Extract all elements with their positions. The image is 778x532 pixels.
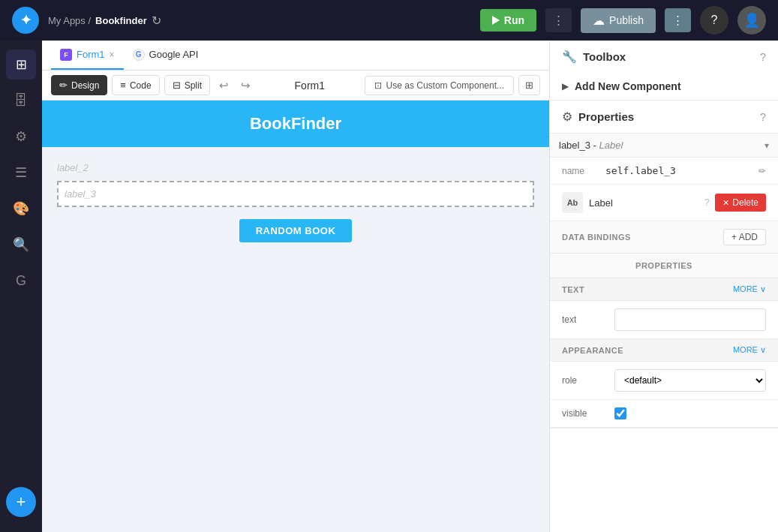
cloud-icon: ☁ — [593, 14, 605, 28]
toolbox-title: Toolbox — [583, 50, 754, 63]
toolbar: ✏ Design ≡ Code ⊟ Split ↩ ↪ Form1 ⊡ Use … — [42, 71, 549, 101]
data-bindings-label: DATA BINDINGS — [562, 233, 723, 242]
google-icon: G — [16, 273, 26, 289]
chevron-down-icon: ▾ — [764, 140, 769, 151]
code-button[interactable]: ≡ Code — [112, 75, 159, 95]
name-row: name self.label_3 ✏ — [550, 158, 778, 185]
properties-icon: ⚙ — [562, 110, 572, 124]
props-section-header: PROPERTIES — [550, 254, 778, 278]
plus-icon: + — [17, 492, 26, 512]
left-sidebar: ⊞ 🗄 ⚙ ☰ 🎨 🔍 G + — [0, 41, 42, 532]
form-icon: F — [60, 49, 72, 61]
search-icon: 🔍 — [13, 236, 29, 253]
label-type-row: Ab Label ? ✕ Delete — [550, 185, 778, 221]
visible-prop-label: visible — [562, 408, 607, 419]
sidebar-item-apps[interactable]: ⊞ — [6, 50, 36, 80]
canvas-frame: BookFinder label_2 label_3 RANDOM BOOK — [42, 101, 549, 532]
label-3[interactable]: label_3 — [57, 181, 534, 207]
text-prop-label: text — [562, 314, 607, 325]
add-new-button[interactable]: + — [6, 487, 36, 517]
layout-toggle-icon: ⊞ — [525, 80, 533, 91]
name-value: self.label_3 — [605, 165, 752, 176]
app-layout: ⊞ 🗄 ⚙ ☰ 🎨 🔍 G + F Form1 × — [0, 41, 778, 532]
delete-x-icon: ✕ — [722, 198, 729, 208]
properties-section: ⚙ Properties ? label_3 - Label ▾ name se… — [550, 101, 778, 428]
run-more-button[interactable]: ⋮ — [545, 8, 572, 32]
appearance-more-button[interactable]: MORE ∨ — [733, 345, 766, 355]
avatar-icon: 👤 — [743, 12, 760, 29]
add-binding-button[interactable]: + ADD — [723, 229, 766, 245]
properties-title: Properties — [578, 110, 754, 123]
delete-button[interactable]: ✕ Delete — [715, 194, 766, 212]
redo-button[interactable]: ↪ — [236, 76, 255, 95]
appearance-group-header: APPEARANCE MORE ∨ — [550, 339, 778, 362]
label-2[interactable]: label_2 — [57, 162, 534, 173]
logo: ✦ — [12, 7, 39, 34]
undo-redo-group: ↩ ↪ — [215, 76, 255, 95]
text-more-button[interactable]: MORE ∨ — [733, 284, 766, 294]
right-panel: 🔧 Toolbox ? ▶ Add New Component ⚙ Proper… — [549, 41, 778, 532]
add-component-label: Add New Component — [575, 80, 681, 92]
text-prop-row: text — [550, 301, 778, 339]
tab-form1[interactable]: F Form1 × — [51, 41, 124, 70]
breadcrumb: My Apps / Bookfinder ↻ — [48, 14, 161, 28]
label-help-icon[interactable]: ? — [704, 197, 710, 208]
sidebar-item-settings[interactable]: ⚙ — [6, 122, 36, 152]
design-button[interactable]: ✏ Design — [51, 75, 107, 95]
canvas-title: BookFinder — [56, 114, 536, 134]
properties-header: ⚙ Properties ? — [550, 101, 778, 134]
visible-prop-row: visible — [550, 400, 778, 428]
tab-google-api[interactable]: G Google API — [124, 41, 208, 70]
help-button[interactable]: ? — [700, 6, 728, 35]
role-prop-row: role <default> heading caption body — [550, 362, 778, 400]
sidebar-item-database[interactable]: 🗄 — [6, 86, 36, 116]
random-book-button[interactable]: RANDOM BOOK — [239, 219, 353, 242]
data-bindings-row: DATA BINDINGS + ADD — [550, 221, 778, 254]
run-triangle-icon — [492, 16, 500, 25]
user-avatar-button[interactable]: 👤 — [737, 6, 766, 35]
name-field-label: name — [562, 166, 599, 176]
design-icon: ✏ — [59, 80, 68, 91]
database-icon: 🗄 — [14, 93, 28, 109]
canvas-area: BookFinder label_2 label_3 RANDOM BOOK — [42, 101, 549, 532]
sidebar-item-paint[interactable]: 🎨 — [6, 194, 36, 224]
text-group-header: TEXT MORE ∨ — [550, 278, 778, 301]
split-button[interactable]: ⊟ Split — [164, 75, 210, 95]
publish-more-button[interactable]: ⋮ — [665, 8, 691, 32]
main-content: F Form1 × G Google API ✏ Design ≡ Code ⊟… — [42, 41, 549, 532]
visible-checkbox[interactable] — [614, 407, 626, 419]
code-icon: ≡ — [120, 80, 126, 91]
role-prop-label: role — [562, 375, 607, 386]
custom-component-button[interactable]: ⊡ Use as Custom Component... — [365, 76, 514, 95]
google-tab-icon: G — [133, 49, 145, 61]
role-select[interactable]: <default> heading caption body — [614, 369, 766, 392]
app-name: Bookfinder — [95, 15, 147, 26]
apps-icon: ⊞ — [16, 56, 27, 73]
text-input[interactable] — [614, 308, 766, 331]
layout-toggle-button[interactable]: ⊞ — [518, 75, 540, 95]
canvas-body: label_2 label_3 RANDOM BOOK — [42, 147, 549, 257]
name-edit-icon[interactable]: ✏ — [758, 166, 766, 176]
properties-help-icon[interactable]: ? — [760, 110, 766, 123]
run-button[interactable]: Run — [480, 9, 536, 32]
sidebar-item-list[interactable]: ☰ — [6, 158, 36, 188]
tab-close-icon[interactable]: × — [110, 50, 115, 60]
text-group-label: TEXT — [562, 285, 733, 294]
top-nav: ✦ My Apps / Bookfinder ↻ Run ⋮ ☁ Publish… — [0, 0, 778, 41]
undo-button[interactable]: ↩ — [215, 76, 233, 95]
list-icon: ☰ — [15, 164, 27, 181]
sidebar-item-google[interactable]: G — [6, 266, 36, 296]
component-name: label_3 - Label — [559, 140, 760, 151]
toolbox-help-icon[interactable]: ? — [760, 50, 766, 63]
canvas-header: BookFinder — [42, 101, 549, 147]
component-selector[interactable]: label_3 - Label ▾ — [550, 134, 778, 158]
tabs-bar: F Form1 × G Google API — [42, 41, 549, 71]
refresh-icon[interactable]: ↻ — [152, 14, 161, 28]
settings-icon: ⚙ — [15, 128, 27, 145]
ab-icon: Ab — [562, 192, 583, 213]
publish-button[interactable]: ☁ Publish — [581, 8, 656, 33]
sidebar-item-search[interactable]: 🔍 — [6, 230, 36, 260]
add-component-arrow-icon: ▶ — [562, 81, 569, 92]
add-component-row[interactable]: ▶ Add New Component — [550, 73, 778, 100]
toolbox-section: 🔧 Toolbox ? ▶ Add New Component — [550, 41, 778, 101]
